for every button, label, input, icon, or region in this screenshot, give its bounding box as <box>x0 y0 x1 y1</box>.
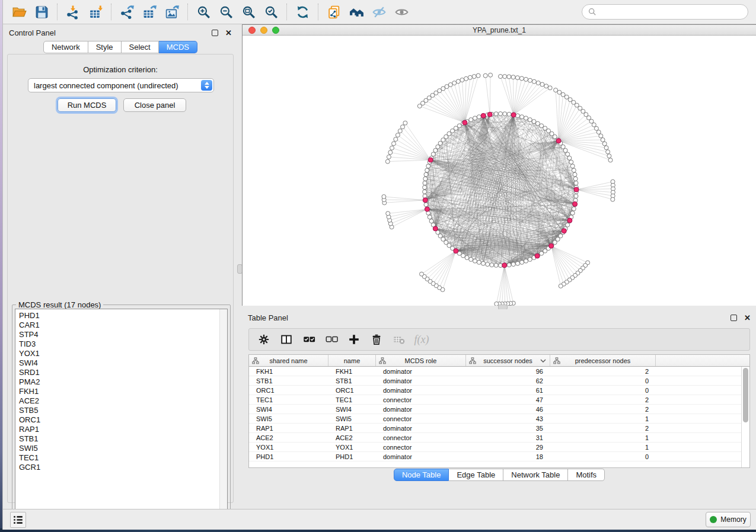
tab-style[interactable]: Style <box>88 41 122 53</box>
network-node[interactable] <box>503 75 507 79</box>
mcds-hub-node[interactable] <box>423 198 428 203</box>
network-node[interactable] <box>572 207 576 211</box>
mcds-hub-node[interactable] <box>511 113 516 117</box>
table-row[interactable]: TEC1TEC1connector472 <box>249 395 741 405</box>
network-node[interactable] <box>604 146 608 150</box>
network-node[interactable] <box>536 81 540 85</box>
network-node[interactable] <box>559 284 563 288</box>
run-mcds-button[interactable]: Run MCDS <box>58 98 116 112</box>
table-row[interactable]: STB1STB1dominator620 <box>249 376 741 386</box>
network-node[interactable] <box>398 129 402 133</box>
list-item[interactable]: SWI5 <box>19 444 227 453</box>
network-node[interactable] <box>388 150 393 155</box>
network-node[interactable] <box>494 263 498 267</box>
list-item[interactable]: RAP1 <box>19 425 227 434</box>
network-node[interactable] <box>507 75 511 79</box>
network-node[interactable] <box>574 194 578 198</box>
network-node[interactable] <box>563 148 567 152</box>
close-panel-button[interactable]: Close panel <box>123 98 186 112</box>
network-node[interactable] <box>426 164 430 168</box>
memory-button[interactable]: Memory <box>706 512 751 527</box>
network-node[interactable] <box>599 134 603 138</box>
network-node[interactable] <box>557 90 562 94</box>
float-table-panel-icon[interactable] <box>731 315 737 321</box>
network-node[interactable] <box>566 223 570 227</box>
tab-edge-table[interactable]: Edge Table <box>449 469 503 481</box>
network-node[interactable] <box>486 262 490 267</box>
list-item[interactable]: SRD1 <box>19 368 227 377</box>
table-row[interactable]: RAP1RAP1dominator352 <box>249 424 741 433</box>
search-box[interactable] <box>582 4 748 20</box>
tab-select[interactable]: Select <box>122 41 159 53</box>
optimization-select[interactable]: largest connected component (undirected) <box>28 78 214 92</box>
list-item[interactable]: STB1 <box>19 434 227 444</box>
network-node[interactable] <box>607 154 611 158</box>
window-close-button[interactable] <box>248 27 256 34</box>
list-item[interactable]: ORC1 <box>19 415 227 425</box>
network-node[interactable] <box>528 78 532 82</box>
float-panel-icon[interactable] <box>212 30 218 36</box>
network-node[interactable] <box>394 137 398 142</box>
network-node[interactable] <box>544 84 548 88</box>
select-all-button[interactable] <box>299 330 319 349</box>
network-node[interactable] <box>596 130 601 134</box>
network-node[interactable] <box>460 78 464 82</box>
columns-button[interactable] <box>276 330 296 349</box>
deselect-all-button[interactable] <box>321 330 342 349</box>
mcds-hub-node[interactable] <box>428 158 433 162</box>
network-node[interactable] <box>464 76 468 81</box>
network-node[interactable] <box>431 152 435 156</box>
table-row[interactable]: FKH1FKH1dominator962 <box>249 367 741 376</box>
settings-button[interactable] <box>254 330 274 349</box>
export-table-button[interactable] <box>139 2 160 22</box>
network-node[interactable] <box>481 261 486 265</box>
network-node[interactable] <box>589 119 594 123</box>
network-node[interactable] <box>594 126 598 130</box>
list-item[interactable]: YOX1 <box>19 349 227 358</box>
duplicate-network-button[interactable] <box>323 2 344 22</box>
tab-mcds[interactable]: MCDS <box>159 41 197 53</box>
column-header-name[interactable]: name <box>328 355 376 366</box>
window-minimize-button[interactable] <box>260 27 267 34</box>
network-node[interactable] <box>494 112 498 116</box>
network-node[interactable] <box>570 164 575 168</box>
network-node[interactable] <box>575 103 579 107</box>
network-node[interactable] <box>520 260 524 264</box>
network-node[interactable] <box>524 116 528 120</box>
network-node[interactable] <box>520 115 524 119</box>
network-node[interactable] <box>386 211 390 216</box>
network-view-canvas[interactable] <box>243 36 756 331</box>
network-node[interactable] <box>403 121 407 125</box>
list-item[interactable]: TEC1 <box>19 453 227 463</box>
add-row-button[interactable] <box>344 330 364 349</box>
network-node[interactable] <box>429 219 433 223</box>
network-node[interactable] <box>608 158 613 162</box>
network-node[interactable] <box>570 211 575 215</box>
network-node[interactable] <box>385 159 390 164</box>
mcds-hub-node[interactable] <box>562 229 566 233</box>
network-node[interactable] <box>554 88 558 92</box>
network-node[interactable] <box>573 172 577 177</box>
mcds-hub-node[interactable] <box>535 254 540 258</box>
table-scrollbar-thumb[interactable] <box>743 368 748 422</box>
network-node[interactable] <box>511 262 515 267</box>
tab-motifs[interactable]: Motifs <box>568 469 605 481</box>
list-item[interactable]: PMA2 <box>19 377 227 387</box>
table-row[interactable]: PHD1PHD1dominator180 <box>249 452 741 462</box>
close-panel-icon[interactable]: ✕ <box>225 30 232 36</box>
network-node[interactable] <box>503 112 507 116</box>
network-node[interactable] <box>425 168 429 172</box>
network-node[interactable] <box>567 156 572 160</box>
table-row[interactable]: ACE2ACE2connector311 <box>249 433 741 443</box>
network-node[interactable] <box>561 92 565 97</box>
network-node[interactable] <box>436 145 440 149</box>
network-node[interactable] <box>499 112 503 116</box>
network-node[interactable] <box>473 116 477 120</box>
zoom-out-button[interactable] <box>215 2 237 22</box>
network-node[interactable] <box>395 133 400 137</box>
list-item[interactable]: FKH1 <box>19 387 227 396</box>
network-node[interactable] <box>420 272 424 276</box>
network-node[interactable] <box>469 257 473 261</box>
network-node[interactable] <box>423 185 427 190</box>
network-node[interactable] <box>457 124 461 128</box>
